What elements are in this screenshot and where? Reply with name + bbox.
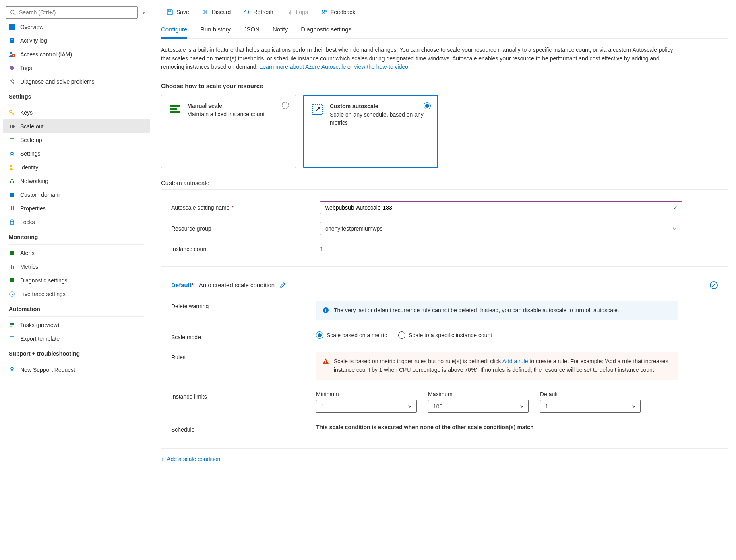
autoscale-form: Autoscale setting name* ✓ Resource group… <box>161 189 728 267</box>
instance-count-label: Instance count <box>171 246 320 252</box>
tab-diagnostic[interactable]: Diagnostic settings <box>301 22 351 38</box>
form-title: Custom autoscale <box>161 168 728 189</box>
discard-button[interactable]: Discard <box>196 6 236 18</box>
nav-activity-log[interactable]: Activity log <box>3 34 150 47</box>
custom-autoscale-desc: Scale on any schedule, based on any metr… <box>330 111 430 127</box>
edit-icon[interactable] <box>279 282 286 288</box>
svg-line-47 <box>712 284 715 287</box>
properties-icon <box>9 205 15 212</box>
svg-point-9 <box>10 52 12 54</box>
tab-notify[interactable]: Notify <box>273 22 288 38</box>
manual-scale-icon <box>169 103 182 115</box>
manual-scale-card[interactable]: Manual scale Maintain a fixed instance c… <box>161 95 296 168</box>
rules-warning-box: ! Scale is based on metric trigger rules… <box>316 352 678 380</box>
nav-overview[interactable]: Overview <box>3 20 150 34</box>
min-select[interactable]: 1 <box>316 400 417 413</box>
manual-scale-radio[interactable] <box>282 102 289 109</box>
custom-autoscale-card[interactable]: Custom autoscale Scale on any schedule, … <box>303 95 438 168</box>
tab-configure[interactable]: Configure <box>161 22 187 39</box>
svg-rect-35 <box>10 326 12 327</box>
nav-label: Scale out <box>20 123 43 130</box>
nav-label: Scale up <box>20 137 42 143</box>
scale-mode-metric-radio[interactable]: Scale based on a metric <box>316 331 387 339</box>
svg-point-41 <box>289 12 292 14</box>
custom-autoscale-radio[interactable] <box>424 102 431 109</box>
nav-locks[interactable]: Locks <box>3 215 150 229</box>
nav-diagnostic-settings[interactable]: Diagnostic settings <box>3 274 150 287</box>
feedback-button[interactable]: Feedback <box>315 6 361 18</box>
default-label: Default <box>540 391 641 397</box>
max-select[interactable]: 100 <box>428 400 529 413</box>
tab-run-history[interactable]: Run history <box>200 22 231 38</box>
warning-icon: ! <box>323 358 329 364</box>
logs-icon <box>286 9 292 15</box>
add-scale-condition-button[interactable]: + Add a scale condition <box>161 449 728 469</box>
howto-video-link[interactable]: view the how-to video <box>354 64 408 70</box>
svg-rect-34 <box>12 323 14 325</box>
svg-rect-40 <box>287 10 290 14</box>
overview-icon <box>9 24 15 30</box>
nav-label: Access control (IAM) <box>20 51 72 58</box>
chevron-down-icon <box>519 404 524 409</box>
chevron-down-icon <box>407 404 412 409</box>
custom-domain-icon <box>9 191 15 198</box>
nav-scale-up[interactable]: Scale up <box>3 133 150 147</box>
svg-rect-6 <box>10 38 14 43</box>
instance-count-value: 1 <box>320 243 323 255</box>
nav-export-template[interactable]: Export template <box>3 332 150 346</box>
nav-diagnose[interactable]: Diagnose and solve problems <box>3 75 150 89</box>
default-select[interactable]: 1 <box>540 400 641 413</box>
toolbar: Save Discard Refresh Logs Feedback <box>161 0 728 22</box>
setting-name-input[interactable] <box>320 201 682 214</box>
nav-label: Activity log <box>20 37 47 44</box>
svg-point-19 <box>10 182 11 183</box>
save-button[interactable]: Save <box>161 6 195 18</box>
nav-label: Metrics <box>20 264 38 270</box>
rules-label: Rules <box>171 352 316 380</box>
learn-more-link[interactable]: Learn more about Azure Autoscale <box>259 64 346 70</box>
metrics-icon <box>9 264 15 270</box>
resource-group-select[interactable]: chenyltestpremiumwps <box>320 222 682 235</box>
add-rule-link[interactable]: Add a rule <box>502 358 528 364</box>
nav-live-trace[interactable]: Live trace settings <box>3 287 150 301</box>
nav-networking[interactable]: Networking <box>3 174 150 188</box>
svg-rect-33 <box>10 323 12 325</box>
svg-rect-31 <box>10 278 14 282</box>
nav-metrics[interactable]: Metrics <box>3 260 150 274</box>
condition-subtitle: Auto created scale condition <box>199 282 275 288</box>
check-icon: ✓ <box>673 205 678 211</box>
scale-mode-instance-radio[interactable]: Scale to a specific instance count <box>398 331 492 339</box>
nav-scale-out[interactable]: Scale out <box>3 119 150 133</box>
schedule-text: This scale condition is executed when no… <box>316 424 678 433</box>
svg-rect-26 <box>10 222 14 224</box>
nav-tasks[interactable]: Tasks (preview) <box>3 318 150 332</box>
refresh-button[interactable]: Refresh <box>238 6 279 18</box>
nav-tags[interactable]: Tags <box>3 61 150 75</box>
nav-label: Settings <box>20 150 41 157</box>
collapse-sidebar-button[interactable]: « <box>141 8 147 17</box>
svg-point-16 <box>11 152 13 155</box>
nav-label: Properties <box>20 205 46 212</box>
choose-heading: Choose how to scale your resource <box>161 77 728 95</box>
search-icon <box>10 10 16 15</box>
block-icon[interactable] <box>710 281 718 289</box>
manual-scale-desc: Maintain a fixed instance count <box>187 111 288 119</box>
search-input[interactable] <box>6 6 138 19</box>
nav-settings[interactable]: Settings <box>3 147 150 161</box>
main-content: Save Discard Refresh Logs Feedback Confi… <box>153 0 736 560</box>
svg-rect-21 <box>10 193 14 197</box>
nav-label: Tasks (preview) <box>20 322 59 328</box>
nav-label: Diagnose and solve problems <box>20 78 94 85</box>
nav-access-control[interactable]: Access control (IAM) <box>3 47 150 61</box>
nav-alerts[interactable]: Alerts <box>3 246 150 260</box>
chevron-down-icon <box>631 404 636 409</box>
nav-keys[interactable]: Keys <box>3 106 150 119</box>
autoscale-description: Autoscale is a built-in feature that hel… <box>161 39 676 77</box>
nav-identity[interactable]: Identity <box>3 161 150 174</box>
info-icon: i <box>323 307 329 313</box>
svg-rect-27 <box>10 251 14 255</box>
nav-custom-domain[interactable]: Custom domain <box>3 188 150 202</box>
nav-new-support[interactable]: New Support Request <box>3 363 150 377</box>
nav-properties[interactable]: Properties <box>3 202 150 215</box>
tab-json[interactable]: JSON <box>244 22 260 38</box>
